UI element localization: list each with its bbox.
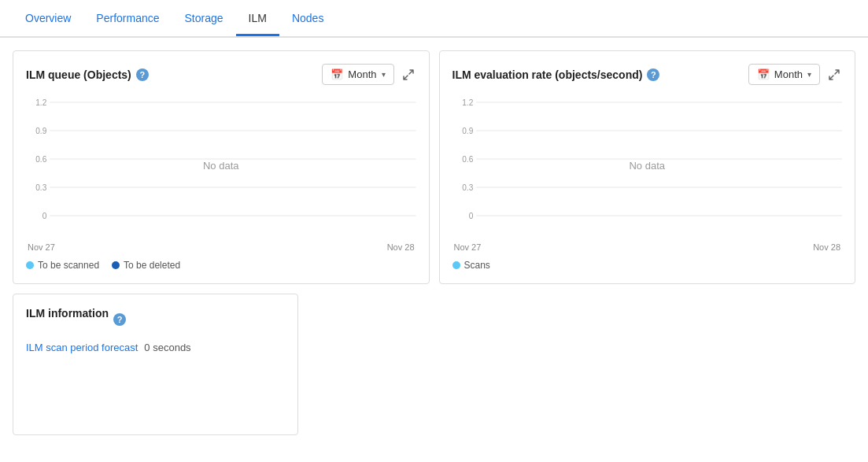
ilm-info-card-header: ILM information ? [26, 307, 285, 332]
ilm-eval-rate-expand-button[interactable] [826, 67, 842, 83]
ilm-queue-x-end: Nov 28 [387, 242, 415, 252]
tab-ilm[interactable]: ILM [236, 2, 279, 36]
ilm-eval-rate-month-dropdown[interactable]: 📅 Month ▾ [748, 64, 820, 85]
ilm-eval-rate-x-end: Nov 28 [813, 242, 840, 252]
main-content: ILM queue (Objects) ? 📅 Month ▾ [0, 38, 868, 462]
legend-dot-scans [452, 261, 460, 269]
ilm-scan-label: ILM scan period forecast [26, 342, 138, 353]
svg-text:1.2: 1.2 [35, 98, 46, 107]
svg-text:0: 0 [468, 212, 473, 220]
ilm-eval-rate-controls: 📅 Month ▾ [748, 64, 842, 85]
ilm-eval-rate-title-group: ILM evaluation rate (objects/second) ? [452, 68, 660, 81]
ilm-queue-card-header: ILM queue (Objects) ? 📅 Month ▾ [26, 64, 416, 85]
legend-scans: Scans [452, 260, 490, 271]
ilm-queue-chart-area: 1.2 0.9 0.6 0.3 0 No data [26, 94, 416, 236]
tab-storage[interactable]: Storage [172, 2, 236, 36]
legend-label-scanned: To be scanned [38, 260, 99, 271]
ilm-queue-x-start: Nov 27 [28, 242, 55, 252]
calendar-icon-2: 📅 [757, 68, 770, 80]
svg-text:0.9: 0.9 [35, 127, 46, 135]
svg-text:0: 0 [42, 212, 47, 220]
legend-label-deleted: To be deleted [124, 260, 180, 271]
ilm-info-title: ILM information [26, 307, 109, 320]
ilm-information-card: ILM information ? ILM scan period foreca… [13, 294, 298, 435]
ilm-queue-help-icon[interactable]: ? [136, 68, 149, 81]
ilm-queue-legend: To be scanned To be deleted [26, 260, 416, 271]
ilm-eval-rate-month-label: Month [774, 68, 803, 80]
legend-dot-deleted [112, 261, 120, 269]
ilm-eval-rate-card-header: ILM evaluation rate (objects/second) ? 📅… [452, 64, 843, 85]
ilm-queue-no-data: No data [203, 160, 239, 172]
svg-text:0.9: 0.9 [462, 127, 473, 135]
ilm-queue-controls: 📅 Month ▾ [322, 64, 416, 85]
tab-nodes[interactable]: Nodes [279, 2, 336, 36]
ilm-scan-period-row: ILM scan period forecast 0 seconds [26, 342, 285, 353]
svg-text:0.3: 0.3 [35, 183, 46, 192]
svg-text:0.6: 0.6 [35, 155, 46, 164]
ilm-info-help-icon[interactable]: ? [113, 313, 126, 326]
expand-icon [402, 68, 415, 81]
calendar-icon: 📅 [331, 68, 343, 80]
ilm-queue-x-axis: Nov 27 Nov 28 [26, 242, 416, 252]
ilm-eval-rate-card: ILM evaluation rate (objects/second) ? 📅… [439, 50, 856, 284]
ilm-queue-month-label: Month [348, 68, 376, 80]
ilm-scan-value: 0 seconds [144, 342, 190, 353]
ilm-eval-rate-x-start: Nov 27 [454, 242, 482, 252]
top-navigation: Overview Performance Storage ILM Nodes [0, 0, 868, 38]
svg-text:1.2: 1.2 [462, 98, 473, 107]
ilm-eval-rate-chart-area: 1.2 0.9 0.6 0.3 0 No data [452, 94, 843, 236]
svg-text:0.3: 0.3 [462, 183, 473, 192]
ilm-queue-month-dropdown[interactable]: 📅 Month ▾ [322, 64, 393, 85]
legend-to-be-scanned: To be scanned [26, 260, 99, 271]
legend-to-be-deleted: To be deleted [112, 260, 180, 271]
chevron-down-icon: ▾ [382, 70, 386, 79]
ilm-queue-title: ILM queue (Objects) [26, 68, 131, 81]
charts-row: ILM queue (Objects) ? 📅 Month ▾ [13, 50, 855, 284]
ilm-eval-rate-title: ILM evaluation rate (objects/second) [452, 68, 643, 81]
ilm-eval-rate-legend: Scans [452, 260, 843, 271]
ilm-eval-rate-help-icon[interactable]: ? [647, 68, 659, 81]
svg-text:0.6: 0.6 [462, 155, 473, 164]
ilm-eval-rate-x-axis: Nov 27 Nov 28 [452, 242, 843, 252]
ilm-info-title-group: ILM information ? [26, 307, 126, 332]
expand-icon-2 [828, 68, 840, 81]
tab-overview[interactable]: Overview [13, 2, 83, 36]
ilm-queue-expand-button[interactable] [401, 67, 416, 83]
ilm-eval-rate-no-data: No data [629, 160, 665, 172]
ilm-queue-title-group: ILM queue (Objects) ? [26, 68, 149, 81]
legend-label-scans: Scans [464, 260, 490, 271]
ilm-queue-card: ILM queue (Objects) ? 📅 Month ▾ [13, 50, 430, 284]
chevron-down-icon-2: ▾ [807, 70, 811, 79]
tab-performance[interactable]: Performance [83, 2, 172, 36]
legend-dot-scanned [26, 261, 34, 269]
